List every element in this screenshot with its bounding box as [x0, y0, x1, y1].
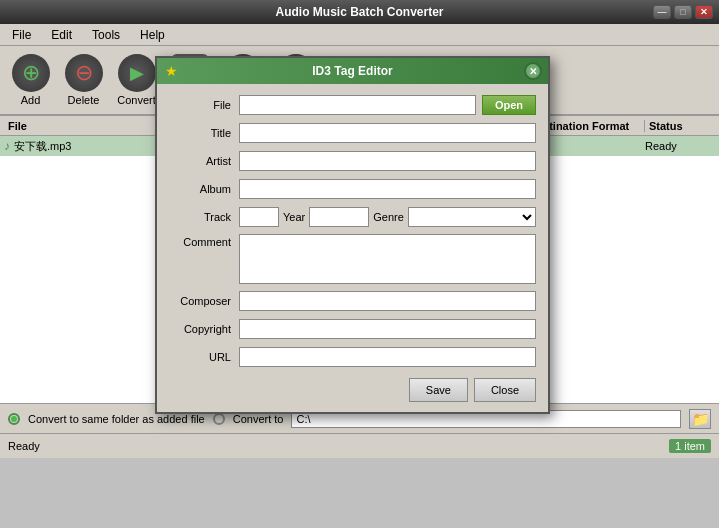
content-area: File Destination Format Status ♪ 安下载.mp3…	[0, 116, 719, 403]
radio-convert-to[interactable]	[213, 413, 225, 425]
delete-button[interactable]: ⊖ Delete	[61, 54, 106, 106]
title-row: Title	[169, 122, 536, 144]
album-field[interactable]	[239, 179, 536, 199]
close-button[interactable]: ✕	[695, 5, 713, 19]
file-row: File Open	[169, 94, 536, 116]
menu-file[interactable]: File	[4, 26, 39, 44]
convert-icon: ▶	[118, 54, 156, 92]
convert-button[interactable]: ▶ Convert	[114, 54, 159, 106]
radio-same-folder[interactable]	[8, 413, 20, 425]
item-count-badge: 1 item	[669, 439, 711, 453]
artist-field[interactable]	[239, 151, 536, 171]
genre-label: Genre	[373, 211, 404, 223]
comment-field-label: Comment	[169, 234, 239, 248]
maximize-button[interactable]: □	[674, 5, 692, 19]
browse-icon: 📁	[692, 411, 709, 427]
radio-convert-to-label: Convert to	[233, 413, 284, 425]
url-field-label: URL	[169, 351, 239, 363]
delete-icon: ⊖	[65, 54, 103, 92]
status-bar: Ready 1 item	[0, 433, 719, 458]
add-icon: ⊕	[12, 54, 50, 92]
browse-button[interactable]: 📁	[689, 409, 711, 429]
track-field[interactable]	[239, 207, 279, 227]
dialog-title: ID3 Tag Editor	[312, 64, 392, 78]
year-field[interactable]	[309, 207, 369, 227]
menu-tools[interactable]: Tools	[84, 26, 128, 44]
status-right: 1 item	[669, 439, 711, 453]
title-bar: Audio Music Batch Converter — □ ✕	[0, 0, 719, 24]
id3-tag-editor-dialog: ★ ID3 Tag Editor ✕ File Open Title	[155, 56, 550, 414]
copyright-field[interactable]	[239, 319, 536, 339]
add-button[interactable]: ⊕ Add	[8, 54, 53, 106]
artist-row: Artist	[169, 150, 536, 172]
album-row: Album	[169, 178, 536, 200]
status-text: Ready	[8, 440, 40, 452]
menu-edit[interactable]: Edit	[43, 26, 80, 44]
composer-field-label: Composer	[169, 295, 239, 307]
url-row: URL	[169, 346, 536, 368]
menu-help[interactable]: Help	[132, 26, 173, 44]
file-field[interactable]	[239, 95, 476, 115]
comment-row: Comment	[169, 234, 536, 284]
genre-select[interactable]	[408, 207, 536, 227]
copyright-row: Copyright	[169, 318, 536, 340]
radio-selected-indicator	[11, 416, 17, 422]
close-button[interactable]: Close	[474, 378, 536, 402]
dialog-overlay: ★ ID3 Tag Editor ✕ File Open Title	[0, 116, 719, 403]
file-field-label: File	[169, 99, 239, 111]
track-year-genre-row: Track Year Genre	[169, 206, 536, 228]
menu-bar: File Edit Tools Help	[0, 24, 719, 46]
dialog-close-x-button[interactable]: ✕	[524, 62, 542, 80]
dialog-content: File Open Title Artist Album	[157, 84, 548, 412]
comment-field[interactable]	[239, 234, 536, 284]
copyright-field-label: Copyright	[169, 323, 239, 335]
title-field[interactable]	[239, 123, 536, 143]
album-field-label: Album	[169, 183, 239, 195]
dialog-buttons: Save Close	[169, 374, 536, 402]
star-icon: ★	[165, 63, 178, 79]
track-year-genre-group: Year Genre	[239, 207, 536, 227]
composer-field[interactable]	[239, 291, 536, 311]
save-button[interactable]: Save	[409, 378, 468, 402]
artist-field-label: Artist	[169, 155, 239, 167]
dialog-title-bar: ★ ID3 Tag Editor ✕	[157, 58, 548, 84]
title-field-label: Title	[169, 127, 239, 139]
year-label: Year	[283, 211, 305, 223]
minimize-button[interactable]: —	[653, 5, 671, 19]
track-field-label: Track	[169, 211, 239, 223]
composer-row: Composer	[169, 290, 536, 312]
app-title: Audio Music Batch Converter	[275, 5, 443, 19]
url-field[interactable]	[239, 347, 536, 367]
radio-same-folder-label: Convert to same folder as added file	[28, 413, 205, 425]
open-button[interactable]: Open	[482, 95, 536, 115]
